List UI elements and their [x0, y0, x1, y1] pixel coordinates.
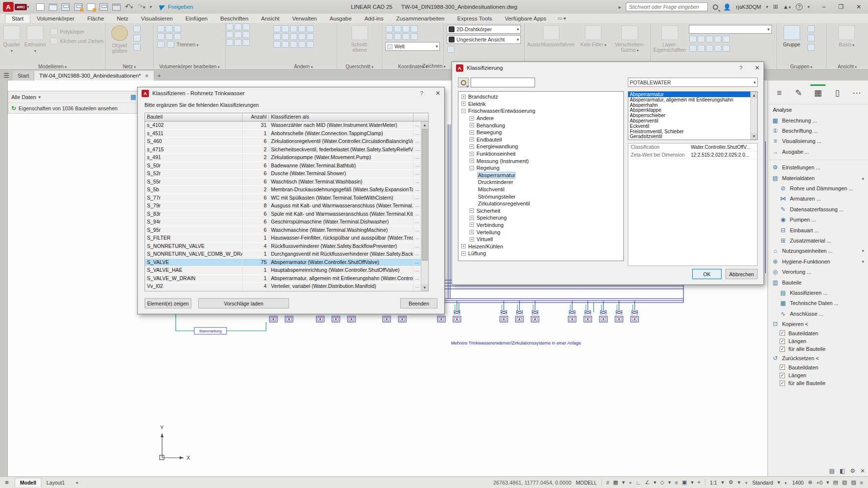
classify-table-row[interactable]: S_NONRETURN_VALVE_COMB_W_DRAIN1Durchgang…: [145, 250, 428, 259]
isolate-objects-icon[interactable]: ▧: [842, 479, 847, 486]
quick-properties-icon[interactable]: ▤: [833, 479, 838, 486]
palette-item-klassifizieren[interactable]: ▤Klassifizieren ...: [768, 287, 868, 298]
osnap-caret-icon[interactable]: ▾: [691, 479, 694, 486]
modify-tool-icon[interactable]: [273, 41, 281, 48]
tree-node-label[interactable]: Behandlung: [476, 122, 505, 128]
classification-list-item[interactable]: Absperrarmatur: [628, 92, 757, 97]
tree-node[interactable]: +Sicherheit: [458, 207, 623, 215]
palette-item-datensatzerfassung[interactable]: ✎Datensatzerfassung ...: [768, 204, 868, 214]
workspace-caret-icon[interactable]: ▾: [778, 479, 781, 486]
ucs-tool-icon[interactable]: [411, 33, 418, 40]
row-browse-button[interactable]: [413, 162, 421, 170]
modify-tool-icon[interactable]: [298, 25, 306, 32]
solid-edit-icon[interactable]: [174, 25, 181, 32]
classify-table-row[interactable]: S_55r6Waschtisch (Water.Terminal.Washbas…: [145, 178, 428, 186]
ribbon-collapse-icon[interactable]: ▭ ▾: [558, 16, 566, 23]
panel-label-ansicht[interactable]: Ansicht: [827, 64, 868, 69]
modify-tool-icon[interactable]: [282, 41, 289, 48]
modify-tool-icon[interactable]: [298, 33, 306, 40]
annotation-visibility-icon[interactable]: ⊕: [808, 479, 812, 486]
row-browse-button[interactable]: [413, 226, 421, 234]
plot-icon[interactable]: [87, 3, 95, 11]
solid-edit-icon[interactable]: [165, 25, 173, 32]
row-browse-button[interactable]: [413, 266, 421, 274]
polar-caret-icon[interactable]: ▾: [654, 479, 657, 486]
tree-toggle-icon[interactable]: +: [470, 130, 474, 135]
group-tool-icon[interactable]: [807, 35, 815, 41]
draw-tool-icon[interactable]: [243, 23, 250, 30]
classify-table-row[interactable]: s_410231Wasserzähler nach MID (Water.Ins…: [145, 122, 428, 130]
classify-table-row[interactable]: S_VALVE75Absperrarmatur (Water.Controlle…: [145, 259, 428, 267]
layer-tool-icon[interactable]: [689, 36, 697, 42]
scroll-up-icon[interactable]: ▲: [421, 122, 428, 128]
modify-tool-icon[interactable]: [307, 41, 314, 48]
ribbon-tab-visualisieren[interactable]: Visualisieren: [135, 15, 179, 23]
solid-edit-icon[interactable]: [157, 33, 165, 40]
ribbon-tab-beschriften[interactable]: Beschriften: [214, 15, 255, 23]
draw-tool-icon[interactable]: [243, 31, 250, 38]
layer-tool-icon[interactable]: [706, 36, 713, 42]
classify-table-row[interactable]: S_94r6Geschirrspülmaschine (Water.Termin…: [145, 218, 428, 226]
default-height-value[interactable]: 1400: [792, 480, 804, 486]
layer-tool-icon[interactable]: [714, 45, 722, 52]
solid-edit-icon[interactable]: [167, 41, 174, 48]
dialog-help-icon[interactable]: ?: [420, 90, 423, 96]
tree-node[interactable]: Strömungsteiler: [458, 193, 623, 200]
autodesk-icon[interactable]: ▲▾: [783, 3, 791, 10]
quader-button[interactable]: Quader: [3, 25, 21, 61]
drag-click-button[interactable]: Klicken und Ziehen: [50, 37, 103, 45]
ribbon-tab-express-tools[interactable]: Express Tools: [451, 15, 498, 23]
classification-list-item[interactable]: Eckventil: [628, 123, 757, 129]
tree-node[interactable]: +Virtuell: [458, 236, 623, 243]
section-chevron-icon[interactable]: ▾: [862, 259, 864, 264]
ucs-tool-icon[interactable]: [402, 25, 410, 32]
layout-tab-layout1[interactable]: Layout1: [41, 478, 69, 487]
ribbon-tab-volumenk-rper[interactable]: Volumenkörper: [30, 15, 81, 23]
logo-caret-icon[interactable]: ▾: [27, 4, 29, 9]
checkbox-checked[interactable]: [780, 381, 785, 386]
save-as-icon[interactable]: [74, 3, 83, 11]
tree-node[interactable]: −Regelung: [458, 164, 623, 172]
classify-table-header[interactable]: Bauteil Anzahl Klassifizieren als: [145, 113, 428, 122]
panel-label-querschnitt[interactable]: Querschnitt: [337, 64, 382, 69]
polar-icon[interactable]: ∠: [645, 479, 650, 486]
tree-node[interactable]: Zirkulationsregelventil: [458, 200, 623, 207]
share-button[interactable]: Freigeben: [160, 4, 193, 10]
tree-node[interactable]: Mischventil: [458, 186, 623, 193]
ribbon-tab-netz[interactable]: Netz: [110, 15, 135, 23]
objekt-glaetten-button[interactable]: Objekt glätten: [108, 25, 131, 61]
tree-search-icon[interactable]: [458, 78, 469, 87]
tree-node-label[interactable]: Energiewandlung: [476, 143, 518, 149]
cancel-button[interactable]: Abbrechen: [725, 269, 758, 279]
tree-toggle-icon[interactable]: +: [461, 244, 466, 248]
layer-tool-icon[interactable]: [714, 36, 722, 42]
palette-item-zusatzmaterial[interactable]: ⊞Zusatzmaterial ...: [768, 235, 868, 245]
solid-edit-icon[interactable]: [157, 25, 165, 32]
modify-tool-icon[interactable]: [273, 33, 281, 40]
isodraft-icon[interactable]: ◇: [660, 479, 664, 486]
row-browse-button[interactable]: [413, 154, 421, 162]
palette-item-einstellungen[interactable]: ⚙Einstellungen ...: [768, 163, 868, 173]
draw-tool-icon[interactable]: [234, 39, 242, 46]
tree-node-label[interactable]: Verteilung: [476, 229, 500, 235]
print-icon[interactable]: [112, 3, 121, 11]
dialog-close-icon[interactable]: ✕: [755, 64, 760, 71]
restore-button[interactable]: ❐: [838, 3, 844, 10]
palette-item-materialdaten[interactable]: ▤Materialdaten▴: [768, 173, 868, 183]
classify-table-row[interactable]: S_VALVE_HAE1Hauptabsperreinrichtung (Wat…: [145, 266, 428, 275]
tree-node-label[interactable]: Elektrik: [468, 101, 486, 107]
tree-node[interactable]: +Energiewandlung: [458, 143, 623, 150]
layer-tool-icon[interactable]: [689, 45, 697, 52]
minimize-button[interactable]: –: [822, 3, 826, 10]
tree-toggle-icon[interactable]: +: [470, 116, 474, 121]
palette-item-für-alle-bauteile[interactable]: für alle Bauteile: [768, 345, 868, 353]
tree-node[interactable]: +Endbauteil: [458, 136, 623, 143]
row-browse-button[interactable]: [413, 194, 421, 202]
classify-table-row[interactable]: S_77r6WC mit Spülkasten (Water.Terminal.…: [145, 194, 428, 203]
tree-toggle-icon[interactable]: +: [470, 152, 474, 156]
modify-tool-icon[interactable]: [298, 41, 306, 48]
ucs-tool-icon[interactable]: [394, 33, 401, 40]
help-caret-icon[interactable]: ▾: [807, 4, 810, 9]
category-combo[interactable]: POTABLEWATER▾: [628, 78, 758, 87]
layer-tool-icon[interactable]: [723, 45, 730, 52]
